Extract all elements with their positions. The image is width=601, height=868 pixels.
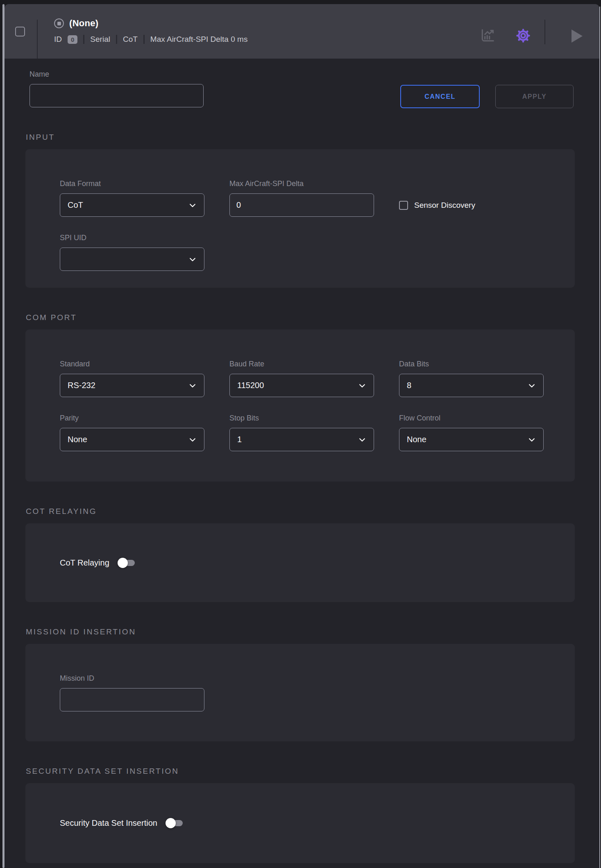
cancel-button[interactable]: CANCEL xyxy=(400,85,480,108)
parity-label: Parity xyxy=(60,414,204,422)
section-title-cot-relaying: COT RELAYING xyxy=(26,507,599,516)
id-label: ID xyxy=(54,35,62,44)
chart-icon[interactable] xyxy=(480,28,495,43)
format-label: CoT xyxy=(123,35,138,44)
chevron-down-icon xyxy=(188,201,197,209)
baud-rate-select[interactable]: 115200 xyxy=(229,374,374,397)
flow-control-label: Flow Control xyxy=(399,414,544,422)
spi-uid-select[interactable] xyxy=(60,248,204,271)
device-header: (None) ID 0 Serial CoT Max AirCraft-SPI … xyxy=(5,4,599,59)
mission-id-label: Mission ID xyxy=(60,675,204,682)
chevron-down-icon xyxy=(188,255,197,264)
data-format-field: Data Format CoT xyxy=(60,180,204,217)
chevron-down-icon xyxy=(358,382,366,390)
spi-uid-label: SPI UID xyxy=(60,234,204,241)
meta-separator xyxy=(143,35,145,44)
sensor-discovery-field: Sensor Discovery xyxy=(399,180,544,217)
mission-id-panel: Mission ID xyxy=(25,644,575,741)
max-delta-label: Max AirCraft-SPI Delta xyxy=(229,180,374,187)
right-edge-scrollbar[interactable] xyxy=(599,7,600,868)
chevron-down-icon xyxy=(528,382,536,390)
header-divider xyxy=(37,20,38,59)
device-summary: (None) ID 0 Serial CoT Max AirCraft-SPI … xyxy=(54,16,247,44)
stop-bits-field: Stop Bits 1 xyxy=(229,414,374,451)
id-badge: 0 xyxy=(68,35,77,44)
stop-bits-label: Stop Bits xyxy=(229,414,374,422)
section-title-mission-id: MISSION ID INSERTION xyxy=(26,628,599,636)
select-device-checkbox[interactable] xyxy=(15,27,25,36)
name-input[interactable] xyxy=(29,84,204,107)
record-status-icon xyxy=(54,18,64,28)
data-bits-label: Data Bits xyxy=(399,360,544,368)
baud-rate-label: Baud Rate xyxy=(229,360,374,368)
form-actions: CANCEL APPLY xyxy=(400,85,574,108)
section-title-input: INPUT xyxy=(26,133,599,141)
config-form: Name CANCEL APPLY INPUT Data Format CoT xyxy=(5,59,599,868)
max-delta-field: Max AirCraft-SPI Delta xyxy=(229,180,374,217)
flow-control-field: Flow Control None xyxy=(399,414,544,451)
sensor-discovery-label: Sensor Discovery xyxy=(414,201,475,210)
security-toggle[interactable] xyxy=(166,820,183,826)
stop-bits-select[interactable]: 1 xyxy=(229,428,374,451)
gear-icon[interactable] xyxy=(515,27,531,44)
standard-field: Standard RS-232 xyxy=(60,360,204,397)
sensor-discovery-checkbox[interactable] xyxy=(399,201,408,210)
chevron-down-icon xyxy=(528,436,536,444)
standard-label: Standard xyxy=(60,360,204,368)
cot-relaying-panel: CoT Relaying xyxy=(25,523,575,602)
chevron-down-icon xyxy=(188,436,197,444)
mission-id-field: Mission ID xyxy=(60,675,204,711)
security-panel: Security Data Set Insertion xyxy=(25,783,575,863)
flow-control-select[interactable]: None xyxy=(399,428,544,451)
section-title-com-port: COM PORT xyxy=(26,314,599,322)
device-config-card: (None) ID 0 Serial CoT Max AirCraft-SPI … xyxy=(5,4,599,868)
max-delta-input[interactable] xyxy=(229,193,374,217)
input-panel: Data Format CoT Max AirCraft-SPI Delta xyxy=(25,149,575,288)
delta-label: Max AirCraft-SPI Delta 0 ms xyxy=(150,35,248,44)
parity-field: Parity None xyxy=(60,414,204,451)
device-config-screen: (None) ID 0 Serial CoT Max AirCraft-SPI … xyxy=(0,0,601,868)
header-divider xyxy=(544,20,545,44)
parity-select[interactable]: None xyxy=(60,428,204,451)
cot-relaying-label: CoT Relaying xyxy=(60,558,109,568)
data-bits-field: Data Bits 8 xyxy=(399,360,544,397)
meta-separator xyxy=(116,35,117,44)
protocol-label: Serial xyxy=(90,35,110,44)
section-title-security: SECURITY DATA SET INSERTION xyxy=(26,767,599,775)
baud-rate-field: Baud Rate 115200 xyxy=(229,360,374,397)
chevron-down-icon xyxy=(188,382,197,390)
chevron-down-icon xyxy=(358,436,366,444)
standard-select[interactable]: RS-232 xyxy=(60,374,204,397)
meta-separator xyxy=(83,35,84,44)
cot-relaying-toggle[interactable] xyxy=(118,560,135,566)
data-format-select[interactable]: CoT xyxy=(60,193,204,217)
play-icon[interactable] xyxy=(572,30,583,43)
data-format-label: Data Format xyxy=(60,180,204,187)
security-toggle-label: Security Data Set Insertion xyxy=(60,818,157,828)
spi-uid-field: SPI UID xyxy=(60,234,204,271)
com-port-panel: Standard RS-232 Baud Rate 1152 xyxy=(25,329,575,482)
mission-id-input[interactable] xyxy=(60,688,204,711)
data-bits-select[interactable]: 8 xyxy=(399,374,544,397)
name-label: Name xyxy=(29,70,599,78)
device-meta: ID 0 Serial CoT Max AirCraft-SPI Delta 0… xyxy=(54,35,247,44)
apply-button[interactable]: APPLY xyxy=(495,85,574,108)
device-title: (None) xyxy=(69,18,98,29)
